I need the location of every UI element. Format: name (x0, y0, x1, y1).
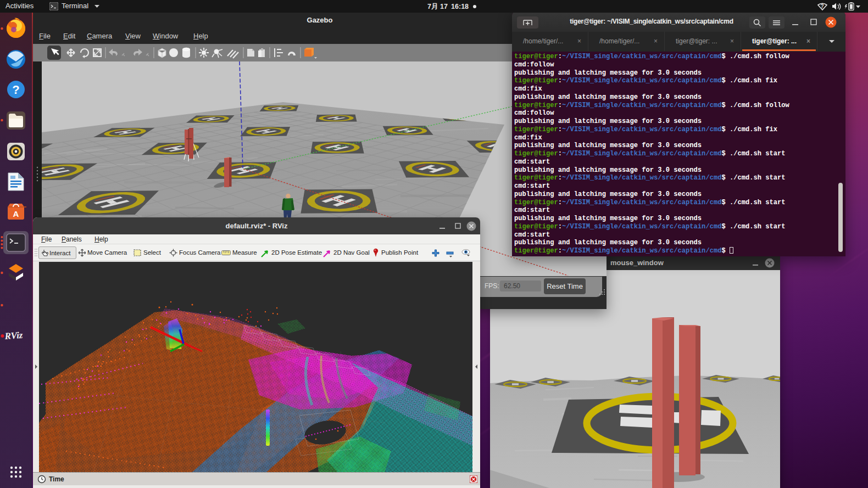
svg-text:A: A (13, 209, 19, 218)
svg-text:?: ? (821, 3, 824, 9)
svg-text:?: ? (12, 83, 19, 97)
svg-text:RViz: RViz (4, 330, 23, 341)
